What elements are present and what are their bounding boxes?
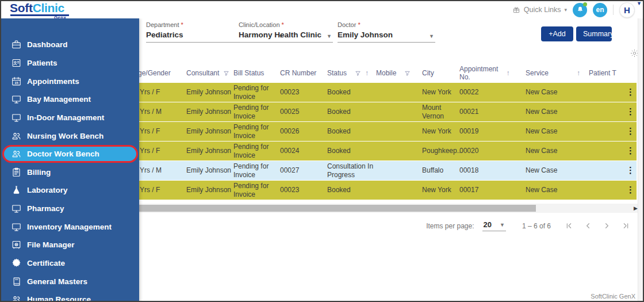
doctor-select[interactable]: Doctor * Emily Johnson▼ <box>338 21 435 43</box>
column-header-cr-number[interactable]: CR Number <box>279 63 326 83</box>
monitor-icon <box>10 94 22 105</box>
table-row[interactable]: Yrs / FEmily JohnsonPending for Invoice0… <box>132 142 637 160</box>
cell-appointment-no: 00021 <box>458 102 524 121</box>
cell-mobile <box>375 102 421 121</box>
sidebar-item-bay-management[interactable]: Bay Management <box>1 90 139 109</box>
column-header-patient-t[interactable]: Patient T <box>588 63 623 83</box>
column-header-status[interactable]: Status↑ <box>326 63 375 83</box>
sidebar-item-label: Laboratory <box>27 186 68 194</box>
row-actions-kebab-icon[interactable]: ⋮ <box>623 102 637 121</box>
sidebar-item-human-resource[interactable]: Human Resource <box>1 290 139 302</box>
column-label: Service <box>526 69 549 77</box>
department-value: Pediatrics <box>146 30 183 39</box>
column-header-service[interactable]: Service↑ <box>524 63 588 83</box>
column-header-age-gender[interactable]: Age/Gender <box>132 63 185 83</box>
table-row[interactable]: Yrs / FEmily JohnsonPending for Invoice0… <box>132 122 637 141</box>
people-icon <box>10 148 22 160</box>
sidebar-item-doctor-work-bench[interactable]: Doctor Work Bench <box>2 145 138 163</box>
sidebar-item-nursing-work-bench[interactable]: Nursing Work Bench <box>1 127 139 145</box>
cell-cr-number: 00027 <box>279 161 326 180</box>
column-header-appointment-no-[interactable]: Appointment No.↑ <box>458 63 524 83</box>
sidebar-item-label: Patients <box>27 59 57 67</box>
topbar-divider <box>613 5 614 15</box>
cell-patient-type <box>588 83 623 102</box>
cell-cr-number: 00024 <box>279 142 326 160</box>
cell-patient-type <box>588 142 623 160</box>
cell-appointment-no: 00018 <box>458 161 524 180</box>
first-page-icon[interactable] <box>565 221 573 230</box>
column-header-bill-status[interactable]: Bill Status <box>232 63 279 83</box>
table-header-row: Age/GenderConsultantBill StatusCR Number… <box>132 63 637 83</box>
logo-text-secondary: Clinic <box>33 1 64 14</box>
column-header-city[interactable]: City <box>421 63 458 83</box>
sort-arrow-icon[interactable]: ↑ <box>506 69 509 77</box>
table-row[interactable]: Yrs / FEmily JohnsonPending for Invoice0… <box>132 181 637 200</box>
sidebar-item-dashboard[interactable]: Dashboard <box>1 36 139 54</box>
row-actions-kebab-icon[interactable]: ⋮ <box>623 122 637 141</box>
notifications-button[interactable] <box>573 3 587 17</box>
sort-arrow-icon[interactable]: ↑ <box>365 69 369 77</box>
column-label: City <box>422 69 434 77</box>
quick-links-button[interactable]: Quick Links ▾ <box>512 6 567 14</box>
add-button[interactable]: +Add <box>541 26 573 41</box>
user-avatar[interactable]: H <box>619 2 635 18</box>
scroll-right-arrow-icon[interactable]: ▶ <box>634 205 638 212</box>
cell-patient-type <box>588 122 623 141</box>
sidebar-item-inventory-management[interactable]: Inventory Management <box>1 217 139 236</box>
cell-city: Mount Vernon <box>421 102 458 121</box>
horizontal-scrollbar[interactable]: ▶ <box>132 204 641 213</box>
sidebar-item-label: Billing <box>27 168 51 177</box>
notification-dot <box>583 2 587 6</box>
previous-page-icon[interactable] <box>584 221 592 230</box>
sidebar-item-in-door-management[interactable]: In-Door Management <box>1 109 139 127</box>
cell-city: Buffalo <box>421 161 458 180</box>
sort-arrow-icon[interactable]: ↑ <box>577 69 580 77</box>
row-actions-kebab-icon[interactable]: ⋮ <box>623 83 637 102</box>
row-actions-kebab-icon[interactable]: ⋮ <box>623 181 637 200</box>
items-per-page-select[interactable]: 20 ▼ <box>482 220 506 231</box>
table-body: Yrs / FEmily JohnsonPending for Invoice0… <box>132 83 637 200</box>
sidebar-item-file-manager[interactable]: File Manager <box>1 236 139 254</box>
summary-button[interactable]: Summary <box>576 26 612 41</box>
row-actions-kebab-icon[interactable]: ⋮ <box>623 142 637 160</box>
sidebar-item-appointments[interactable]: 15Appointments <box>1 72 139 90</box>
last-page-icon[interactable] <box>622 221 630 230</box>
table-row[interactable]: Yrs / MEmily JohnsonPending for Invoice0… <box>132 102 637 121</box>
column-header-mobile[interactable]: Mobile <box>375 63 421 83</box>
row-actions-kebab-icon[interactable]: ⋮ <box>623 161 637 180</box>
profile-caret-icon[interactable]: ▼ <box>637 1 642 6</box>
sidebar-item-certificate[interactable]: Certificate <box>1 254 139 273</box>
next-page-icon[interactable] <box>603 221 611 230</box>
sidebar-item-billing[interactable]: Billing <box>1 163 139 181</box>
sidebar-item-laboratory[interactable]: Laboratory <box>1 181 139 200</box>
sidebar-item-general-masters[interactable]: General Masters <box>1 272 139 290</box>
table-row[interactable]: Yrs / FEmily JohnsonPending for Invoice0… <box>132 83 637 102</box>
sidebar-item-pharmacy[interactable]: Pharmacy <box>1 200 139 218</box>
cell-consultant: Emily Johnson <box>185 181 232 200</box>
language-button[interactable]: en <box>593 3 607 17</box>
filter-funnel-icon[interactable] <box>404 70 411 77</box>
table-row[interactable]: Yrs / MEmily JohnsonPending for Invoice0… <box>132 161 637 180</box>
clinic-location-select[interactable]: Clinic/Location * Harmony Health Clinic▼ <box>239 21 333 43</box>
cell-status: Booked <box>326 83 375 102</box>
monitor-icon <box>10 221 22 232</box>
sidebar-item-patients[interactable]: Patients <box>1 54 139 72</box>
app-logo: SoftClinic <box>10 2 64 14</box>
sidebar-item-label: In-Door Management <box>27 113 104 122</box>
cell-service: New Case <box>524 83 588 102</box>
column-header-consultant[interactable]: Consultant <box>185 63 232 83</box>
cell-age-gender: Yrs / F <box>132 83 185 102</box>
filter-funnel-icon[interactable] <box>355 70 361 77</box>
cell-appointment-no: 00022 <box>458 83 524 102</box>
cell-patient-type <box>588 102 623 121</box>
sidebar-item-label: Appointments <box>27 77 79 86</box>
filter-funnel-icon[interactable] <box>223 70 229 77</box>
laboratory-icon <box>10 185 22 196</box>
appointments-icon: 15 <box>10 75 22 87</box>
bell-icon <box>576 6 584 14</box>
dashboard-icon <box>10 39 22 51</box>
chevron-down-icon: ▼ <box>429 33 434 39</box>
horizontal-scrollbar-thumb[interactable] <box>139 205 536 212</box>
cell-bill-status: Pending for Invoice <box>232 161 279 180</box>
vertical-scrollbar[interactable] <box>638 18 643 302</box>
